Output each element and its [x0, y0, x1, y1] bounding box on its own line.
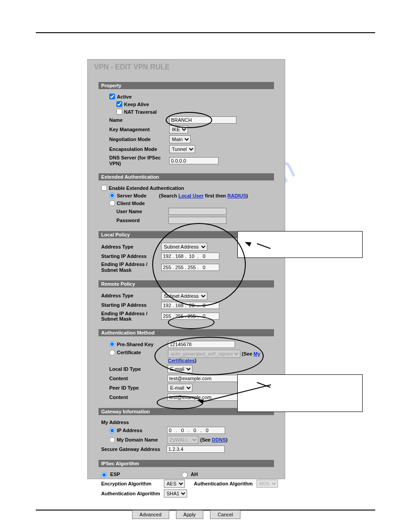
section-gateway: My Address IP Address My Domain Name ZyW… — [98, 415, 274, 458]
section-property: Active Keep Alive NAT Traversal Name Key… — [98, 89, 274, 171]
name-input[interactable] — [169, 116, 236, 124]
active-checkbox[interactable] — [109, 94, 115, 99]
remote-startip-input[interactable] — [161, 302, 219, 309]
remote-addrtype-label: Address Type — [101, 293, 161, 299]
neg-mode-select[interactable]: Main — [169, 135, 191, 143]
local-addrtype-select[interactable]: Subnet Address — [161, 243, 207, 251]
remote-startip-label: Starting IP Address — [101, 302, 161, 308]
page-title: VPN - EDIT VPN RULE — [88, 60, 285, 75]
advanced-button[interactable]: Advanced — [132, 510, 169, 519]
section-remote-head: Remote Policy — [98, 280, 274, 287]
client-mode-radio[interactable] — [109, 200, 115, 206]
username-label: User Name — [116, 209, 168, 215]
auth-algo2-label: Authentication Algorithm — [194, 481, 257, 487]
local-endip-label: Ending IP Address / Subnet Mask — [101, 262, 161, 273]
cert-see-pre: (See — [242, 351, 253, 356]
local-startip-input[interactable] — [161, 253, 219, 260]
server-mode-radio[interactable] — [109, 193, 115, 198]
client-mode-label: Client Mode — [117, 201, 145, 206]
annotation-box-2 — [237, 374, 363, 412]
my-domain-label: My Domain Name — [117, 437, 167, 443]
cert-radio[interactable] — [109, 350, 115, 356]
cert-label: Certificate — [117, 350, 168, 356]
key-mgmt-label: Key Management — [109, 127, 169, 133]
vpn-edit-panel: VPN - EDIT VPN RULE Property Active Keep… — [87, 59, 285, 479]
auth-algo2-select[interactable]: MD5 — [257, 480, 278, 488]
remote-addrtype-select[interactable]: Subnet Address — [161, 292, 207, 300]
server-hint-post: ) — [246, 193, 248, 198]
server-hint: (Search Local User first then RADIUS) — [159, 193, 248, 198]
local-id-type-select[interactable]: E-mail — [167, 365, 193, 373]
enable-extauth-label: Enable Extended Authentication — [109, 185, 184, 191]
section-ipsec-head: IPSec Algorithm — [98, 460, 274, 467]
section-ipsec: ESP AH Encryption Algorithm AES Authenti… — [98, 467, 274, 502]
annotation-box-1 — [237, 231, 363, 258]
esp-radio[interactable] — [101, 472, 107, 478]
key-mgmt-select[interactable]: IKE — [169, 125, 188, 133]
my-domain-select[interactable]: ZyWALL — [167, 436, 198, 444]
local-endip-input[interactable] — [161, 264, 219, 271]
psk-label: Pre-Shared Key — [117, 342, 168, 348]
my-domain-radio[interactable] — [109, 437, 115, 443]
ddns-link[interactable]: DDNS — [212, 437, 226, 442]
local-startip-label: Starting IP Address — [101, 253, 161, 259]
nat-traversal-checkbox[interactable] — [116, 109, 122, 115]
secure-gw-input[interactable] — [167, 446, 225, 453]
apply-button[interactable]: Apply — [176, 510, 204, 519]
my-address-label: My Address — [101, 420, 161, 425]
encap-mode-label: Encapsulation Mode — [109, 146, 169, 152]
psk-radio[interactable] — [109, 341, 115, 347]
domain-see: (See DDNS) — [200, 437, 227, 442]
remote-endip-input[interactable] — [161, 313, 219, 320]
domain-see-pre: (See — [200, 437, 212, 442]
encap-mode-select[interactable]: Tunnel — [169, 145, 195, 153]
enc-algo-select[interactable]: AES — [164, 480, 185, 488]
server-hint-mid: first then — [204, 193, 227, 198]
esp-label: ESP — [110, 472, 120, 477]
server-mode-label: Server Mode — [117, 193, 159, 198]
section-remote: Address Type Subnet Address Starting IP … — [98, 287, 274, 326]
my-ip-label: IP Address — [117, 428, 167, 433]
section-extauth: Enable Extended Authentication Server Mo… — [98, 180, 274, 228]
domain-see-post: ) — [226, 437, 227, 442]
button-row: Advanced Apply Cancel — [98, 502, 274, 523]
local-content-label: Content — [109, 376, 167, 382]
secure-gw-label: Secure Gateway Address — [101, 446, 167, 452]
section-auth-head: Authentication Method — [98, 329, 274, 336]
cert-see-post: ) — [195, 358, 197, 363]
peer-id-type-select[interactable]: E-mail — [167, 384, 193, 392]
auth-algo1-select[interactable]: SHA1 — [164, 489, 187, 498]
ah-label: AH — [191, 472, 198, 477]
server-hint-pre: (Search — [159, 193, 178, 198]
peer-id-type-label: Peer ID Type — [109, 385, 167, 391]
radius-link[interactable]: RADIUS — [227, 193, 246, 198]
my-ip-radio[interactable] — [109, 428, 115, 433]
password-label: Password — [116, 218, 168, 223]
local-addrtype-label: Address Type — [101, 244, 161, 250]
enc-algo-label: Encryption Algorithm — [101, 481, 164, 487]
password-input[interactable] — [168, 217, 227, 224]
keepalive-checkbox[interactable] — [116, 101, 122, 107]
neg-mode-label: Negotiation Mode — [109, 137, 169, 142]
enable-extauth-checkbox[interactable] — [101, 185, 107, 191]
nat-traversal-label: NAT Traversal — [124, 109, 157, 115]
dns-input[interactable] — [169, 157, 218, 164]
active-label: Active — [117, 94, 132, 99]
dns-label: DNS Server (for IPSec VPN) — [109, 155, 169, 166]
cancel-button[interactable]: Cancel — [210, 510, 240, 519]
local-user-link[interactable]: Local User — [178, 193, 203, 198]
section-extauth-head: Extended Authentication — [98, 173, 274, 180]
local-id-type-label: Local ID Type — [109, 366, 167, 372]
ah-radio[interactable] — [182, 472, 188, 478]
auth-algo1-label: Authentication Algorithm — [101, 491, 164, 497]
divider-top — [36, 32, 375, 33]
username-input[interactable] — [168, 208, 227, 215]
local-content-input[interactable] — [167, 375, 239, 382]
my-ip-input[interactable] — [167, 427, 225, 434]
remote-endip-label: Ending IP Address / Subnet Mask — [101, 311, 161, 322]
cert-select[interactable]: auto_generated_self_signed_cert — [168, 350, 240, 358]
psk-input[interactable] — [168, 341, 235, 348]
peer-content-label: Content — [109, 395, 167, 400]
section-property-head: Property — [98, 82, 274, 89]
name-label: Name — [109, 117, 169, 123]
